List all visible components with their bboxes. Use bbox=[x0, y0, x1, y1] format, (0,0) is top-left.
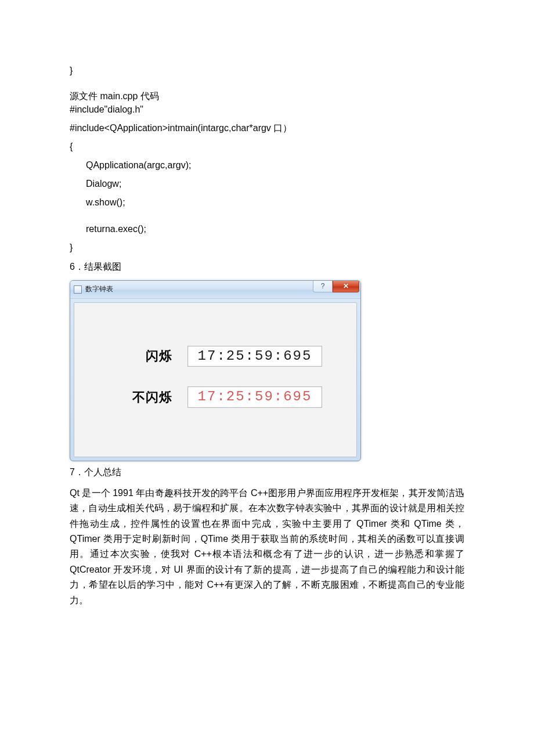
lcd-flash: 17:25:59:695 bbox=[187, 346, 322, 367]
code-close-brace: } bbox=[70, 241, 464, 255]
code-qapplication: QApplicationa(argc,argv); bbox=[70, 158, 464, 172]
result-screenshot: 数字钟表 ? ✕ 闪烁 17:25:59:695 不闪烁 17:25:59:69… bbox=[70, 280, 464, 462]
section-6-heading: 6．结果截图 bbox=[70, 259, 464, 274]
section-7-heading: 7．个人总结 bbox=[70, 465, 464, 480]
code-include-qapp-main: #include<QApplication>intmain(intargc,ch… bbox=[70, 121, 464, 135]
window-icon bbox=[74, 285, 82, 294]
dialog-window: 数字钟表 ? ✕ 闪烁 17:25:59:695 不闪烁 17:25:59:69… bbox=[70, 280, 361, 462]
code-wshow: w.show(); bbox=[70, 196, 464, 209]
code-closing-brace: } bbox=[70, 64, 464, 78]
window-controls: ? ✕ bbox=[313, 281, 360, 294]
close-icon: ✕ bbox=[343, 282, 349, 290]
code-include-dialog: #include"dialog.h" bbox=[70, 103, 464, 117]
page-root: } 源文件 main.cpp 代码 #include"dialog.h" #in… bbox=[0, 0, 534, 756]
window-title: 数字钟表 bbox=[85, 284, 113, 294]
row-noflash: 不闪烁 17:25:59:695 bbox=[92, 386, 339, 408]
help-button[interactable]: ? bbox=[313, 281, 333, 292]
lcd-noflash: 17:25:59:695 bbox=[187, 386, 322, 408]
source-file-heading: 源文件 main.cpp 代码 bbox=[70, 91, 464, 103]
code-dialogw: Dialogw; bbox=[70, 177, 464, 191]
summary-paragraph: Qt 是一个 1991 年由奇趣科技开发的跨平台 C++图形用户界面应用程序开发… bbox=[70, 486, 464, 608]
code-open-brace: { bbox=[70, 140, 464, 154]
close-button[interactable]: ✕ bbox=[333, 281, 359, 292]
code-return-exec: returna.exec(); bbox=[70, 222, 464, 236]
label-flash: 闪烁 bbox=[109, 348, 172, 365]
titlebar: 数字钟表 ? ✕ bbox=[70, 281, 360, 299]
dialog-client-area: 闪烁 17:25:59:695 不闪烁 17:25:59:695 bbox=[74, 302, 357, 458]
label-noflash: 不闪烁 bbox=[109, 389, 172, 406]
row-flash: 闪烁 17:25:59:695 bbox=[92, 346, 339, 367]
